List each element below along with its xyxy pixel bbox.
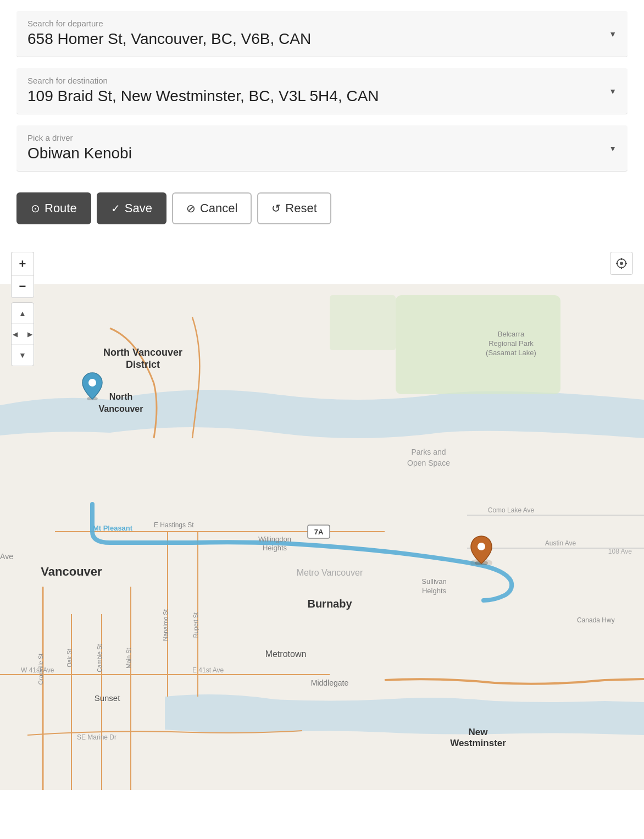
cancel-icon: ⊘ xyxy=(186,202,196,215)
svg-text:Open Space: Open Space xyxy=(407,459,450,467)
svg-text:Metrotown: Metrotown xyxy=(265,649,307,659)
nav-right-button[interactable]: ▶ xyxy=(27,330,32,338)
svg-text:7A: 7A xyxy=(314,528,324,536)
svg-rect-2 xyxy=(330,295,396,350)
svg-text:Westminster: Westminster xyxy=(450,738,506,748)
route-button[interactable]: ⊙ Route xyxy=(16,192,91,224)
svg-text:Austin Ave: Austin Ave xyxy=(545,539,576,547)
save-icon: ✓ xyxy=(111,202,120,215)
departure-value: 658 Homer St, Vancouver, BC, V6B, CAN xyxy=(27,30,617,48)
locate-button[interactable] xyxy=(610,252,633,275)
reset-icon: ↺ xyxy=(271,202,281,215)
svg-text:Heights: Heights xyxy=(422,587,447,595)
svg-text:Metro Vancouver: Metro Vancouver xyxy=(297,568,363,577)
svg-text:Regional Park: Regional Park xyxy=(488,339,534,347)
driver-dropdown-icon: ▼ xyxy=(609,144,617,153)
svg-text:Sullivan: Sullivan xyxy=(421,577,447,586)
svg-text:Main St: Main St xyxy=(125,648,132,668)
driver-label: Pick a driver xyxy=(27,133,617,142)
svg-text:E 41st Ave: E 41st Ave xyxy=(192,666,224,674)
map-svg: 7A North Vancouver District North Vancou… xyxy=(0,235,644,839)
reset-button[interactable]: ↺ Reset xyxy=(257,192,331,224)
destination-label: Search for destination xyxy=(27,76,617,85)
save-label: Save xyxy=(125,201,152,216)
svg-text:Belcarra: Belcarra xyxy=(498,330,525,338)
locate-icon xyxy=(615,257,628,269)
svg-text:(Sasamat Lake): (Sasamat Lake) xyxy=(486,349,536,357)
svg-point-63 xyxy=(478,543,485,550)
svg-text:District: District xyxy=(126,359,160,370)
svg-text:Burnaby: Burnaby xyxy=(307,598,352,610)
svg-point-60 xyxy=(88,379,96,387)
nav-left-button[interactable]: ◀ xyxy=(13,330,18,338)
svg-text:Nanaimo St: Nanaimo St xyxy=(162,609,169,641)
svg-text:Oak St: Oak St xyxy=(66,649,73,667)
svg-text:New: New xyxy=(469,727,488,737)
svg-text:Mt Pleasant: Mt Pleasant xyxy=(93,524,133,532)
driver-field[interactable]: Pick a driver Obiwan Kenobi ▼ xyxy=(16,125,628,172)
route-icon: ⊙ xyxy=(31,202,40,215)
svg-text:E Hastings St: E Hastings St xyxy=(154,521,194,529)
form-section: Search for departure 658 Homer St, Vanco… xyxy=(0,0,644,183)
svg-text:North Vancouver: North Vancouver xyxy=(103,347,182,358)
svg-text:Ave: Ave xyxy=(0,552,13,561)
zoom-in-button[interactable]: + xyxy=(11,252,34,275)
svg-text:Heights: Heights xyxy=(263,544,287,552)
driver-value: Obiwan Kenobi xyxy=(27,145,617,162)
route-label: Route xyxy=(45,201,77,216)
departure-marker xyxy=(81,372,103,402)
destination-marker xyxy=(470,535,493,567)
destination-field[interactable]: Search for destination 109 Braid St, New… xyxy=(16,68,628,114)
svg-text:Sunset: Sunset xyxy=(95,693,121,703)
destination-dropdown-icon: ▼ xyxy=(609,87,617,96)
svg-text:108 Ave: 108 Ave xyxy=(608,548,632,555)
svg-text:Rupert St: Rupert St xyxy=(192,612,199,638)
cancel-button[interactable]: ⊘ Cancel xyxy=(172,192,252,224)
map-controls-left: + − ▲ ◀ ▶ ▼ xyxy=(11,252,34,366)
page-container: Search for departure 658 Homer St, Vanco… xyxy=(0,0,644,839)
svg-text:Canada Hwy: Canada Hwy xyxy=(577,616,615,624)
save-button[interactable]: ✓ Save xyxy=(97,192,166,224)
svg-text:North: North xyxy=(109,392,133,401)
departure-field[interactable]: Search for departure 658 Homer St, Vanco… xyxy=(16,11,628,57)
departure-label: Search for departure xyxy=(27,19,617,28)
map-container: 7A North Vancouver District North Vancou… xyxy=(0,235,644,839)
svg-text:Granville St: Granville St xyxy=(37,654,44,685)
svg-text:Como Lake Ave: Como Lake Ave xyxy=(488,506,535,514)
svg-text:Middlegate: Middlegate xyxy=(311,678,349,687)
cancel-label: Cancel xyxy=(200,201,237,216)
svg-rect-1 xyxy=(396,295,560,394)
departure-dropdown-icon: ▼ xyxy=(609,30,617,38)
svg-text:Vancouver: Vancouver xyxy=(41,565,102,578)
destination-value: 109 Braid St, New Westminster, BC, V3L 5… xyxy=(27,87,617,105)
reset-label: Reset xyxy=(285,201,317,216)
buttons-row: ⊙ Route ✓ Save ⊘ Cancel ↺ Reset xyxy=(0,183,644,235)
svg-text:Willingdon: Willingdon xyxy=(258,535,291,543)
svg-text:SE Marine Dr: SE Marine Dr xyxy=(77,733,116,741)
zoom-out-button[interactable]: − xyxy=(11,275,34,298)
nav-up-button[interactable]: ▲ xyxy=(19,309,26,318)
svg-text:Parks and: Parks and xyxy=(411,448,446,456)
svg-text:Vancouver: Vancouver xyxy=(99,404,143,413)
svg-text:Cambie St: Cambie St xyxy=(96,644,103,672)
svg-point-54 xyxy=(620,262,623,265)
nav-down-button[interactable]: ▼ xyxy=(19,351,26,360)
